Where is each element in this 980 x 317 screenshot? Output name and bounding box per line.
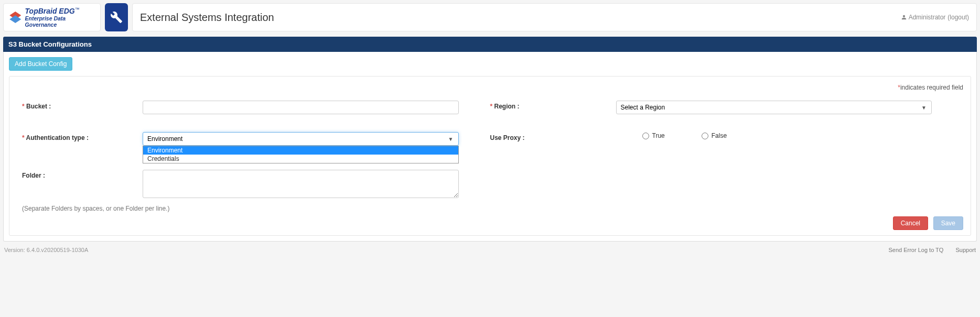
user-name: Administrator [909, 14, 946, 21]
brand-line1: TopBraid EDG [25, 7, 75, 15]
auth-type-label: * Authentication type : [17, 132, 143, 141]
cancel-button[interactable]: Cancel [893, 216, 928, 230]
panel-title: S3 Bucket Configurations [3, 37, 977, 52]
save-button[interactable]: Save [933, 216, 963, 230]
bucket-input[interactable] [143, 101, 459, 114]
required-note: *indicates required field [17, 84, 963, 91]
title-bar: External Systems Integration Administrat… [132, 3, 977, 31]
region-label: * Region : [490, 101, 616, 110]
user-icon [901, 15, 907, 20]
user-info[interactable]: Administrator (logout) [901, 14, 969, 21]
auth-option-environment[interactable]: Environment [143, 146, 458, 155]
region-select[interactable]: Select a Region [616, 101, 932, 114]
settings-wrench-button[interactable] [105, 3, 128, 31]
proxy-false-radio[interactable]: False [702, 132, 727, 139]
auth-type-dropdown: Environment Credentials [143, 146, 459, 163]
version-text: Version: 6.4.0.v20200519-1030A [4, 247, 88, 253]
auth-type-select[interactable]: Environment [143, 132, 459, 146]
page-title: External Systems Integration [140, 12, 274, 24]
folder-textarea[interactable] [143, 170, 459, 198]
brand-diamond-icon [9, 10, 22, 24]
wrench-icon [110, 11, 123, 24]
add-bucket-config-button[interactable]: Add Bucket Config [9, 57, 72, 71]
folder-helper-text: (Separate Folders by spaces, or one Fold… [17, 205, 963, 212]
brand-logo[interactable]: TopBraid EDG™ Enterprise Data Governance [3, 3, 101, 31]
brand-line2: Enterprise Data Governance [25, 15, 95, 28]
auth-option-credentials[interactable]: Credentials [143, 155, 458, 163]
support-link[interactable]: Support [955, 247, 976, 253]
bucket-label: * Bucket : [17, 101, 143, 110]
send-error-log-link[interactable]: Send Error Log to TQ [888, 247, 943, 253]
proxy-true-radio[interactable]: True [642, 132, 665, 139]
folder-label: Folder : [17, 170, 143, 179]
logout-link[interactable]: (logout) [947, 14, 969, 21]
use-proxy-label: Use Proxy : [490, 132, 616, 141]
